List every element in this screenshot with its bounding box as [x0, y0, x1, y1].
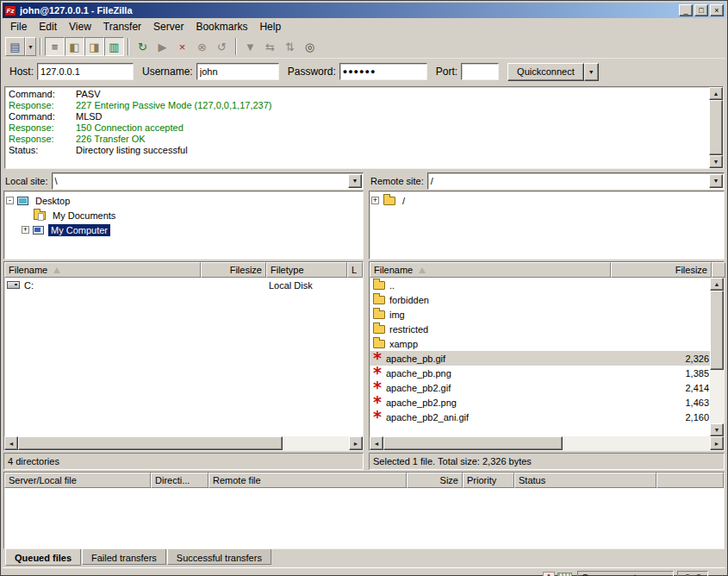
local-site-combo[interactable]: \ ▼ [52, 172, 364, 190]
column-header-status[interactable]: Status [514, 473, 656, 488]
file-row[interactable]: restricted [370, 322, 710, 336]
file-row[interactable]: apache_pb2_ani.gif 2,160 [370, 410, 710, 424]
scroll-track[interactable] [709, 100, 723, 155]
menu-server[interactable]: Server [147, 19, 190, 34]
column-header-filesize[interactable]: Filesize [611, 262, 712, 278]
close-button[interactable]: × [710, 4, 724, 16]
scroll-up-button[interactable]: ▲ [709, 87, 723, 100]
scroll-track[interactable] [18, 436, 349, 450]
tab-queued-files[interactable]: Queued files [5, 549, 81, 566]
quickconnect-button[interactable]: Quickconnect [507, 63, 584, 81]
column-header-direction[interactable]: Directi... [151, 473, 208, 488]
scroll-track[interactable] [383, 436, 710, 450]
expander-icon[interactable]: + [371, 197, 379, 204]
process-queue-button[interactable]: ▶ [152, 37, 172, 56]
arrow-left-icon: ◄ [374, 441, 380, 447]
file-row-selected[interactable]: apache_pb.gif 2,326 [370, 351, 710, 366]
scroll-left-button[interactable]: ◄ [370, 436, 383, 450]
file-row[interactable]: img [370, 307, 710, 322]
column-header-remote-file[interactable]: Remote file [208, 473, 407, 488]
scroll-thumb[interactable] [383, 436, 563, 450]
column-header-lastmodified[interactable]: L [347, 262, 363, 278]
username-input[interactable] [196, 63, 279, 80]
tree-item-root[interactable]: + / [371, 193, 724, 208]
column-header-filename[interactable]: Filename [370, 262, 611, 278]
message-log-body[interactable]: Command: PASV Response: 227 Entering Pas… [5, 87, 709, 168]
menu-edit[interactable]: Edit [33, 19, 63, 34]
scroll-right-button[interactable]: ► [710, 436, 724, 450]
combo-dropdown-button[interactable]: ▼ [709, 174, 723, 188]
minimize-button[interactable]: _ [679, 4, 693, 16]
column-header-server-local-file[interactable]: Server/Local file [4, 473, 151, 488]
tab-failed-transfers[interactable]: Failed transfers [82, 549, 166, 565]
file-row[interactable]: .. [370, 278, 710, 292]
scroll-right-button[interactable]: ► [349, 436, 363, 450]
column-header-size[interactable]: Size [407, 473, 463, 488]
tree-item-my-computer[interactable]: + My Computer [6, 222, 363, 237]
remote-site-combo[interactable]: / ▼ [427, 172, 725, 190]
cancel-button[interactable]: × [172, 37, 192, 56]
file-row[interactable]: forbidden [370, 292, 710, 307]
find-button[interactable]: ◎ [300, 37, 320, 56]
host-input[interactable] [37, 63, 134, 80]
host-label: Host: [9, 66, 34, 78]
remote-horizontal-scrollbar[interactable]: ◄ ► [370, 436, 724, 450]
column-header-priority[interactable]: Priority [463, 473, 514, 488]
image-file-icon [372, 353, 383, 364]
file-row[interactable]: C: Local Disk [4, 278, 363, 292]
scroll-up-button[interactable]: ▲ [710, 278, 724, 291]
tab-successful-transfers[interactable]: Successful transfers [167, 549, 271, 565]
compare-button[interactable]: ⇆ [260, 37, 280, 56]
toggle-queue-button[interactable]: ▥ [104, 37, 124, 56]
tree-item-my-documents[interactable]: My Documents [6, 208, 363, 222]
quickconnect-dropdown-button[interactable]: ▼ [584, 63, 599, 81]
site-manager-dropdown-button[interactable]: ▼ [25, 37, 36, 56]
reconnect-button[interactable]: ↺ [212, 37, 232, 56]
remote-vertical-scrollbar[interactable]: ▲ ▼ [710, 278, 724, 436]
column-header-filename[interactable]: Filename [4, 262, 201, 278]
log-scrollbar[interactable]: ▲ ▼ [709, 87, 723, 168]
file-row[interactable]: xampp [370, 336, 710, 351]
menu-bookmarks[interactable]: Bookmarks [190, 19, 253, 34]
combo-dropdown-button[interactable]: ▼ [348, 174, 362, 188]
file-row[interactable]: apache_pb.png 1,385 [370, 366, 710, 380]
scroll-thumb[interactable] [709, 100, 723, 155]
maximize-button[interactable]: □ [694, 4, 708, 16]
file-row[interactable]: apache_pb2.gif 2,414 [370, 380, 710, 395]
refresh-button[interactable]: ↻ [133, 37, 152, 56]
queue-list-body[interactable] [4, 488, 724, 548]
toolbar-separator [40, 38, 41, 55]
scroll-down-button[interactable]: ▼ [709, 155, 723, 168]
filter-button[interactable]: ▼ [240, 37, 260, 56]
scroll-thumb[interactable] [18, 436, 283, 450]
password-input[interactable] [339, 63, 427, 80]
port-input[interactable] [461, 63, 499, 80]
sync-browsing-button[interactable]: ⇅ [280, 37, 300, 56]
menu-view[interactable]: View [63, 19, 97, 34]
image-file-icon [372, 397, 383, 408]
chevron-down-icon: ▼ [28, 44, 34, 50]
toggle-local-tree-button[interactable]: ◧ [65, 37, 84, 56]
toggle-message-log-button[interactable]: ≡ [45, 37, 65, 56]
remote-rows[interactable]: .. forbidden img restricted [370, 278, 710, 436]
file-row[interactable]: apache_pb2.png 1,463 [370, 395, 710, 410]
scroll-track[interactable] [710, 291, 724, 423]
scroll-thumb[interactable] [710, 291, 724, 370]
site-manager-button[interactable]: ▤ [5, 37, 25, 56]
menu-transfer[interactable]: Transfer [97, 19, 147, 34]
file-name: apache_pb2.gif [386, 383, 451, 393]
tree-item-desktop[interactable]: - Desktop [6, 193, 363, 208]
menu-help[interactable]: Help [253, 19, 287, 34]
disconnect-button[interactable]: ⊗ [192, 37, 212, 56]
expander-icon[interactable]: - [6, 197, 14, 204]
local-rows[interactable]: C: Local Disk [4, 278, 363, 436]
menu-file[interactable]: File [4, 19, 33, 34]
toggle-remote-tree-button[interactable]: ◨ [84, 37, 104, 56]
local-horizontal-scrollbar[interactable]: ◄ ► [4, 436, 363, 450]
column-header-filesize[interactable]: Filesize [201, 262, 266, 278]
column-header-filetype[interactable]: Filetype [266, 262, 347, 278]
scroll-down-button[interactable]: ▼ [710, 423, 724, 436]
column-label: Remote file [213, 475, 261, 485]
expander-icon[interactable]: + [22, 226, 29, 234]
scroll-left-button[interactable]: ◄ [4, 436, 18, 450]
